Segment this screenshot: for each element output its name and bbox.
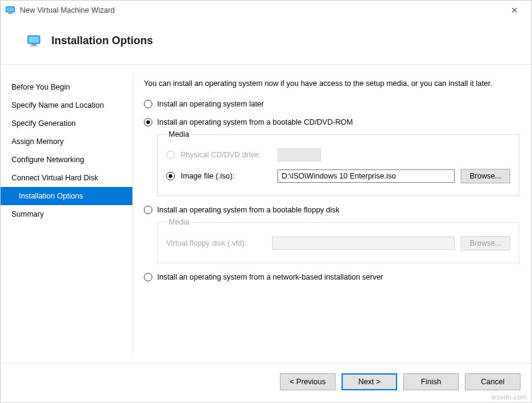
option-install-network[interactable]: Install an operating system from a netwo… [144, 273, 519, 281]
sidebar-item-assign-memory[interactable]: Assign Memory [1, 133, 132, 151]
sidebar-item-specify-name[interactable]: Specify Name and Location [1, 96, 132, 114]
sidebar-item-specify-generation[interactable]: Specify Generation [1, 114, 132, 133]
sidebar-item-configure-networking[interactable]: Configure Networking [1, 151, 132, 169]
sidebar-item-before-you-begin[interactable]: Before You Begin [1, 78, 132, 96]
option-label: Install an operating system from a netwo… [157, 273, 383, 281]
svg-rect-1 [7, 7, 14, 11]
wizard-content: You can install an operating system now … [133, 65, 531, 363]
intro-text: You can install an operating system now … [144, 78, 519, 89]
wizard-footer: < Previous Next > Finish Cancel [1, 363, 531, 402]
sidebar-item-installation-options[interactable]: Installation Options [1, 187, 132, 205]
radio-image-file[interactable] [166, 172, 175, 180]
page-title: Installation Options [51, 34, 153, 47]
radio-icon [144, 100, 152, 108]
physical-drive-label: Physical CD/DVD drive: [181, 151, 271, 159]
previous-button[interactable]: < Previous [280, 373, 336, 390]
close-button[interactable]: ✕ [502, 5, 527, 15]
window-title: New Virtual Machine Wizard [20, 6, 502, 15]
finish-button[interactable]: Finish [403, 373, 459, 390]
app-icon [5, 5, 15, 15]
option-install-floppy[interactable]: Install an operating system from a boota… [144, 206, 519, 214]
wizard-header: Installation Options [1, 20, 531, 65]
physical-drive-row: Physical CD/DVD drive: [166, 148, 510, 162]
vfd-row: Virtual floppy disk (.vfd): Browse... [166, 236, 510, 251]
wizard-body: Before You Begin Specify Name and Locati… [1, 65, 531, 363]
titlebar: New Virtual Machine Wizard ✕ [1, 1, 531, 20]
media-floppy-group: Media Virtual floppy disk (.vfd): Browse… [157, 218, 519, 263]
media-cd-legend: Media [166, 130, 192, 139]
sidebar-item-summary[interactable]: Summary [1, 205, 132, 223]
radio-icon [144, 206, 152, 214]
svg-rect-5 [29, 36, 39, 42]
browse-iso-button[interactable]: Browse... [461, 169, 510, 183]
monitor-icon [27, 35, 41, 47]
image-file-input[interactable] [277, 169, 455, 183]
watermark: wsxdn.com [491, 393, 527, 401]
option-label: Install an operating system from a boota… [157, 206, 340, 214]
browse-vfd-button: Browse... [461, 236, 510, 251]
radio-icon [144, 118, 152, 126]
vfd-label: Virtual floppy disk (.vfd): [166, 239, 266, 247]
svg-rect-2 [8, 13, 12, 13]
physical-drive-combo [277, 148, 321, 162]
option-install-cdrom[interactable]: Install an operating system from a boota… [144, 118, 519, 126]
image-file-label: Image file (.iso): [181, 172, 271, 180]
wizard-steps-sidebar: Before You Begin Specify Name and Locati… [1, 65, 132, 363]
vfd-input [272, 237, 455, 250]
option-label: Install an operating system later [157, 100, 264, 108]
image-file-row: Image file (.iso): Browse... [166, 169, 510, 183]
radio-icon [166, 151, 175, 159]
media-cd-group: Media Physical CD/DVD drive: Image file … [157, 130, 519, 196]
svg-rect-3 [8, 13, 13, 14]
media-floppy-legend: Media [166, 218, 192, 226]
sidebar-item-connect-vhd[interactable]: Connect Virtual Hard Disk [1, 169, 132, 187]
svg-rect-7 [30, 45, 37, 47]
next-button[interactable]: Next > [342, 373, 397, 390]
cancel-button[interactable]: Cancel [465, 373, 521, 390]
option-label: Install an operating system from a boota… [157, 118, 353, 126]
svg-rect-6 [31, 44, 36, 45]
option-install-later[interactable]: Install an operating system later [144, 100, 519, 108]
radio-icon [144, 273, 152, 281]
wizard-window: New Virtual Machine Wizard ✕ Installatio… [0, 0, 532, 403]
